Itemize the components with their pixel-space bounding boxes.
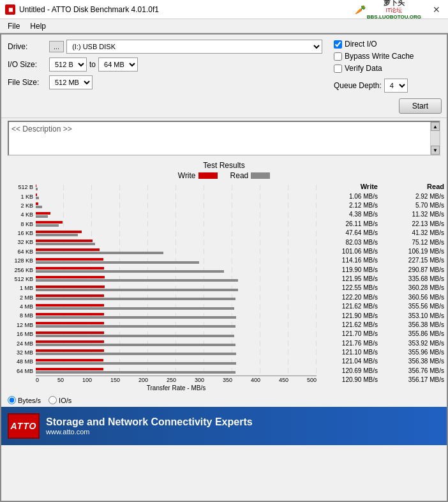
bars-area: [36, 258, 317, 264]
description-title: << Description >>: [11, 125, 72, 133]
bar-label: 24 MB: [4, 340, 36, 347]
scroll-down-btn[interactable]: ▼: [431, 146, 440, 155]
x-axis: 0 50 100 150 200 250 300 350 400 450 500…: [4, 376, 317, 393]
io-per-sec-radio[interactable]: [49, 396, 57, 404]
bar-label: 8 KB: [4, 221, 36, 227]
bar-label: 32 KB: [4, 239, 36, 245]
bars-area: [36, 276, 317, 282]
drive-row: Drive: ... (I:) USB DISK: [8, 40, 322, 54]
bars-area: [36, 304, 317, 310]
queue-depth-row: Queue Depth: 4: [334, 79, 442, 93]
write-bar: [36, 258, 103, 261]
write-bar: [36, 304, 104, 307]
app-icon: ◼: [5, 4, 15, 15]
description-scrollbar[interactable]: ▲ ▼: [430, 122, 439, 155]
bar-row: 12 MB: [4, 321, 317, 330]
write-cell: 114.16 MB/s: [320, 257, 378, 264]
to-label: to: [89, 60, 96, 69]
bypass-write-cache-row: Bypass Write Cache: [334, 52, 442, 61]
read-cell: 353.92 MB/s: [387, 340, 444, 347]
x-axis-labels: 0 50 100 150 200 250 300 350 400 450 500: [36, 376, 317, 383]
write-cell: 119.90 MB/s: [320, 266, 378, 273]
scroll-up-btn[interactable]: ▲: [431, 122, 440, 131]
bars-area: [36, 359, 317, 365]
results-title: Test Results: [8, 161, 440, 170]
bars-area: [36, 185, 317, 190]
drive-select[interactable]: (I:) USB DISK: [66, 40, 322, 54]
io-per-sec-option[interactable]: IO/s: [49, 396, 71, 404]
x-label-50: 50: [57, 377, 64, 383]
read-bar: [36, 261, 199, 264]
bottom-radio-area: Bytes/s IO/s: [1, 393, 447, 407]
write-legend: Write: [178, 171, 218, 180]
read-bar: [36, 243, 95, 245]
bar-row: 4 KB: [4, 210, 317, 219]
bars-area: [36, 240, 317, 245]
bar-label: 32 MB: [4, 349, 36, 356]
bar-row: 1 KB: [4, 192, 317, 201]
read-cell: 360.56 MB/s: [387, 294, 444, 301]
close-button[interactable]: ✕: [430, 0, 443, 20]
direct-io-checkbox[interactable]: [334, 40, 342, 49]
x-label-400: 400: [251, 377, 260, 383]
bar-label: 2 KB: [4, 202, 36, 209]
table-row: 121.76 MB/s353.92 MB/s: [320, 338, 444, 347]
write-legend-bar: [198, 172, 218, 179]
bar-label: 8 MB: [4, 312, 36, 319]
io-size-from[interactable]: 512 B: [49, 57, 87, 72]
bytes-per-sec-option[interactable]: Bytes/s: [8, 396, 41, 404]
verify-data-checkbox[interactable]: [334, 65, 342, 73]
bar-label: 16 MB: [4, 331, 36, 337]
atto-footer: ATTO Storage and Network Connectivity Ex…: [1, 407, 447, 445]
direct-io-label: Direct I/O: [345, 40, 377, 49]
read-cell: 106.19 MB/s: [387, 248, 444, 255]
bars-area: [36, 340, 317, 346]
write-cell: 121.04 MB/s: [320, 358, 378, 365]
read-cell: 227.15 MB/s: [387, 257, 444, 264]
table-row: 1.06 MB/s2.92 MB/s: [320, 192, 444, 201]
bar-row: 48 MB: [4, 357, 317, 366]
write-cell: 2.12 MB/s: [320, 202, 378, 209]
bars-area: [36, 294, 317, 300]
x-label-450: 450: [279, 377, 288, 383]
write-cell: 121.10 MB/s: [320, 349, 378, 356]
bars-area: [36, 212, 317, 218]
bars-area: [36, 322, 317, 328]
table-row: 114.16 MB/s227.15 MB/s: [320, 256, 444, 265]
write-bar: [36, 185, 36, 187]
bytes-per-sec-label: Bytes/s: [18, 397, 41, 404]
write-cell: 121.62 MB/s: [320, 303, 378, 310]
atto-main-text: Storage and Network Connectivity Experts: [46, 416, 253, 428]
read-bar: [36, 279, 238, 282]
read-cell: 355.96 MB/s: [387, 349, 444, 356]
bar-row: 256 KB: [4, 265, 317, 274]
bar-label: 4 KB: [4, 211, 36, 218]
table-row: 121.10 MB/s355.96 MB/s: [320, 347, 444, 356]
bars-area: [36, 267, 317, 273]
menu-help[interactable]: Help: [25, 20, 51, 32]
bypass-write-cache-checkbox[interactable]: [334, 52, 342, 61]
menu-bar: File Help: [0, 19, 448, 33]
write-cell: 47.64 MB/s: [320, 229, 378, 236]
chart-data-container: 512 B1 KB2 KB4 KB8 KB16 KB32 KB64 KB128 …: [1, 183, 447, 393]
write-cell: 121.62 MB/s: [320, 321, 378, 328]
bytes-per-sec-radio[interactable]: [8, 396, 16, 404]
write-bar: [36, 368, 103, 370]
queue-depth-select[interactable]: 4: [384, 79, 408, 93]
legend: Write Read: [8, 171, 440, 180]
start-button[interactable]: Start: [399, 98, 442, 114]
write-cell: 122.20 MB/s: [320, 294, 378, 301]
table-row: 122.20 MB/s360.56 MB/s: [320, 293, 444, 301]
bar-label: 4 MB: [4, 303, 36, 310]
write-bar: [36, 221, 63, 224]
bar-label: 2 MB: [4, 294, 36, 301]
write-cell: 101.06 MB/s: [320, 248, 378, 255]
menu-file[interactable]: File: [3, 20, 25, 32]
bars-area: [36, 231, 317, 236]
read-legend: Read: [230, 171, 271, 180]
file-size-select[interactable]: 512 MB: [49, 75, 93, 89]
read-cell: 355.86 MB/s: [387, 330, 444, 337]
io-size-to[interactable]: 64 MB: [98, 57, 138, 72]
read-cell: 290.87 MB/s: [387, 266, 444, 273]
drive-browse-button[interactable]: ...: [49, 41, 64, 52]
